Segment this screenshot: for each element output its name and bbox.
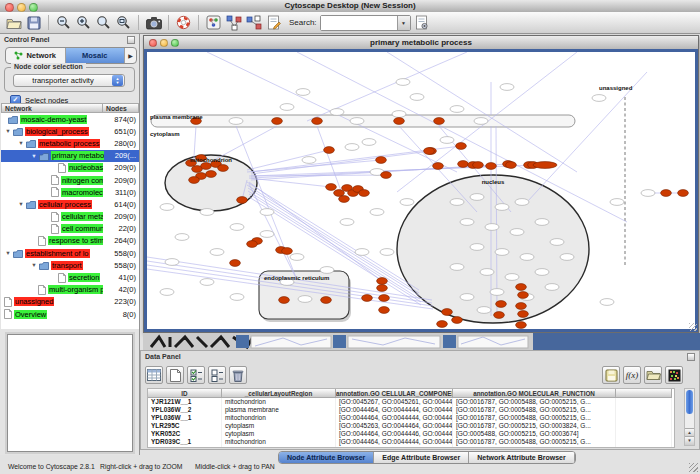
close-icon[interactable] bbox=[5, 3, 14, 12]
graph-node[interactable] bbox=[516, 284, 527, 291]
zoom-window-icon[interactable] bbox=[29, 3, 38, 12]
graph-node[interactable] bbox=[280, 104, 294, 111]
graph-node[interactable] bbox=[495, 204, 509, 211]
graph-node[interactable] bbox=[296, 89, 310, 96]
graph-node[interactable] bbox=[486, 163, 497, 170]
graph-node[interactable] bbox=[160, 204, 174, 211]
tree-row[interactable]: cellular metabo209(0) bbox=[1, 211, 139, 223]
graph-node[interactable] bbox=[230, 260, 241, 267]
graph-node[interactable] bbox=[516, 303, 527, 310]
graph-node[interactable] bbox=[437, 321, 448, 328]
tree-row[interactable]: Overview8(0) bbox=[1, 308, 139, 320]
graph-node[interactable] bbox=[396, 79, 410, 86]
tree-row[interactable]: macromolecule311(0) bbox=[1, 186, 139, 198]
graph-node[interactable] bbox=[394, 118, 405, 125]
compartment-nucleus[interactable] bbox=[397, 175, 589, 323]
graph-node[interactable] bbox=[592, 95, 606, 102]
tree-row[interactable]: ▼transport558(0) bbox=[1, 259, 139, 271]
graph-node[interactable] bbox=[165, 259, 179, 266]
graph-node[interactable] bbox=[175, 234, 189, 241]
graph-node[interactable] bbox=[518, 311, 529, 318]
window-resize-grip[interactable] bbox=[689, 323, 697, 331]
zoom-in-icon[interactable] bbox=[75, 14, 92, 31]
network-window-titlebar[interactable]: primary metabolic process bbox=[144, 36, 698, 50]
graph-node[interactable] bbox=[392, 111, 406, 118]
graph-node[interactable] bbox=[200, 279, 214, 286]
vizmapper-icon[interactable] bbox=[205, 14, 222, 31]
graph-node[interactable] bbox=[470, 244, 484, 251]
graph-node[interactable] bbox=[206, 171, 217, 178]
graph-node[interactable] bbox=[520, 254, 534, 261]
expander-icon[interactable]: ▼ bbox=[29, 262, 39, 268]
graph-node[interactable] bbox=[290, 254, 304, 261]
expander-icon[interactable]: ▼ bbox=[16, 140, 26, 146]
graph-node[interactable] bbox=[230, 224, 244, 231]
search-input[interactable] bbox=[321, 16, 397, 30]
tree-row[interactable]: multi-organism pro42(0) bbox=[1, 284, 139, 296]
tree-column-nodes[interactable]: Nodes bbox=[103, 103, 139, 113]
scroll-down-icon[interactable]: ▼ bbox=[685, 436, 694, 445]
graph-node[interactable] bbox=[600, 299, 614, 306]
graph-node[interactable] bbox=[370, 209, 384, 216]
graph-node[interactable] bbox=[440, 137, 454, 144]
expander-icon[interactable]: ▼ bbox=[16, 201, 26, 207]
graph-node[interactable] bbox=[500, 84, 514, 91]
open-attributes-folder-icon[interactable] bbox=[644, 366, 662, 384]
show-attribute-table-icon[interactable] bbox=[145, 366, 163, 384]
graph-node[interactable] bbox=[359, 190, 370, 197]
graph-node[interactable] bbox=[506, 162, 517, 169]
graph-node[interactable] bbox=[330, 109, 344, 116]
scrollbar-thumb[interactable] bbox=[686, 390, 693, 414]
graph-node[interactable] bbox=[474, 118, 488, 125]
zoom-fit-icon[interactable] bbox=[95, 14, 112, 31]
node-color-dropdown[interactable]: transporter activity ▲▼ bbox=[13, 74, 125, 87]
graph-node[interactable] bbox=[460, 219, 474, 226]
graph-node[interactable] bbox=[485, 224, 499, 231]
zoom-region-icon[interactable] bbox=[115, 14, 132, 31]
graph-node[interactable] bbox=[480, 269, 494, 276]
tab-overflow-arrow-icon[interactable]: ▶ bbox=[125, 48, 136, 63]
expander-icon[interactable]: ▼ bbox=[29, 153, 39, 159]
open-file-button[interactable] bbox=[5, 14, 22, 31]
float-panel-icon[interactable] bbox=[127, 36, 135, 44]
tab-node-attribute-browser[interactable]: Node Attribute Browser bbox=[279, 452, 374, 463]
tab-mosaic[interactable]: Mosaic bbox=[66, 48, 126, 63]
table-row[interactable]: YJR121W__1mitochondrion[GO:0045267, GO:0… bbox=[148, 398, 674, 406]
graph-node[interactable] bbox=[279, 297, 290, 304]
graph-node[interactable] bbox=[460, 294, 474, 301]
graph-node[interactable] bbox=[272, 118, 283, 125]
graph-node[interactable] bbox=[247, 241, 258, 248]
graph-node[interactable] bbox=[452, 317, 463, 324]
tree-row[interactable]: ▼metabolic process280(0) bbox=[1, 137, 139, 149]
graph-node[interactable] bbox=[298, 296, 312, 303]
graph-node[interactable] bbox=[641, 190, 655, 197]
dropdown-stepper-icon[interactable]: ▲▼ bbox=[112, 75, 123, 86]
help-lifesaver-icon[interactable] bbox=[175, 14, 192, 31]
network-canvas[interactable]: plasma membranecytoplasmmitochondrionnuc… bbox=[144, 49, 698, 332]
column-header[interactable]: ID bbox=[148, 389, 222, 398]
tab-network[interactable]: Network bbox=[6, 48, 66, 63]
table-row[interactable]: YPL036W__2plasma membrane[GO:0044464, GO… bbox=[148, 406, 674, 414]
delete-attribute-trash-icon[interactable] bbox=[229, 366, 247, 384]
graph-node[interactable] bbox=[510, 229, 524, 236]
graph-node[interactable] bbox=[302, 157, 316, 164]
graph-node[interactable] bbox=[433, 163, 444, 170]
graph-node[interactable] bbox=[494, 312, 505, 319]
graph-node[interactable] bbox=[495, 249, 509, 256]
close-icon[interactable] bbox=[149, 39, 157, 47]
graph-node[interactable] bbox=[362, 139, 376, 146]
graph-node[interactable] bbox=[189, 177, 200, 184]
column-header[interactable] bbox=[616, 389, 672, 398]
graph-node[interactable] bbox=[260, 209, 274, 216]
tree-row[interactable]: ▼cellular process614(0) bbox=[1, 198, 139, 210]
graph-node[interactable] bbox=[230, 294, 244, 301]
graph-node[interactable] bbox=[160, 289, 174, 296]
graph-node[interactable] bbox=[200, 209, 214, 216]
unselect-attributes-icon[interactable] bbox=[208, 366, 226, 384]
attribute-table[interactable]: ID_cellularLayoutRegionannotation.GO CEL… bbox=[147, 388, 675, 448]
graph-node[interactable] bbox=[473, 162, 484, 169]
graph-node[interactable] bbox=[282, 248, 293, 255]
graph-node[interactable] bbox=[355, 249, 369, 256]
table-row[interactable]: YLR295Ccytoplasm[GO:0045263, GO:0044464,… bbox=[148, 422, 674, 430]
expander-icon[interactable]: ▼ bbox=[3, 128, 13, 134]
